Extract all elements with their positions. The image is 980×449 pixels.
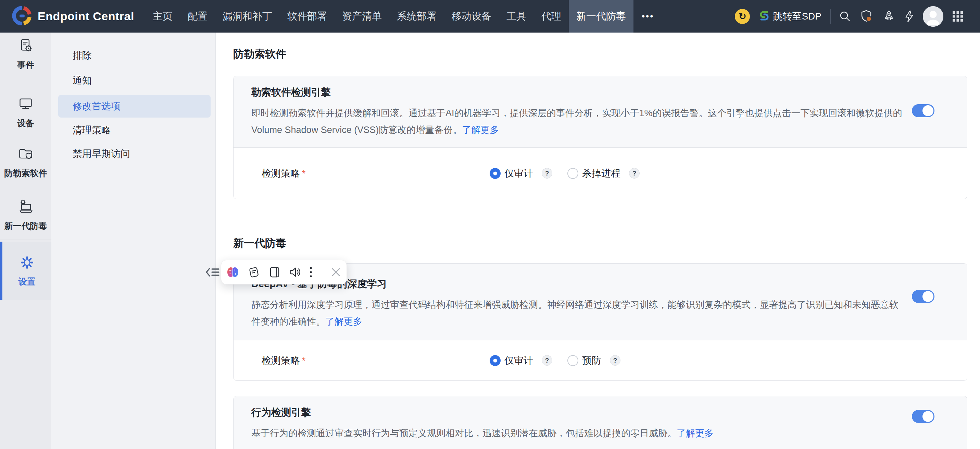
learn-more-link[interactable]: 了解更多: [677, 428, 714, 438]
folder-shield-icon: [18, 146, 33, 163]
rail-label: 事件: [17, 59, 34, 70]
user-avatar[interactable]: [923, 6, 943, 27]
learn-more-link[interactable]: 了解更多: [325, 316, 362, 327]
rail-label: 防勒索软件: [5, 168, 47, 179]
radio-audit-only[interactable]: 仅审计: [490, 354, 533, 367]
icon-rail: 事件 设备 防勒索软件 新一代防毒: [0, 33, 51, 449]
policy-radio-group: 仅审计 ? 杀掉进程 ?: [490, 167, 640, 180]
nav-item-os-deploy[interactable]: 系统部署: [389, 0, 444, 33]
rail-item-devices[interactable]: 设备: [0, 96, 51, 129]
top-navbar: Endpoint Central 主页 配置 漏洞和补丁 软件部署 资产清单 系…: [0, 0, 980, 33]
policy-label: 检测策略*: [262, 354, 305, 367]
toggle-knob: [923, 291, 934, 302]
radio-label: 仅审计: [504, 354, 533, 367]
radio-label: 仅审计: [504, 167, 533, 180]
radio-circle: [490, 355, 501, 366]
policy-label: 检测策略*: [262, 167, 305, 180]
kebab-menu-icon[interactable]: [309, 266, 313, 278]
nav-item-tools[interactable]: 工具: [499, 0, 534, 33]
nav-item-ngav-active[interactable]: 新一代防毒: [569, 0, 633, 33]
help-icon[interactable]: ?: [542, 355, 552, 366]
engine-title: 勒索软件检测引擎: [251, 86, 912, 99]
brand[interactable]: Endpoint Central: [12, 6, 145, 27]
engine-toggle[interactable]: [912, 410, 934, 423]
nav-item-agent[interactable]: 代理: [534, 0, 569, 33]
radio-prevent[interactable]: 预防: [567, 354, 601, 367]
policy-label-text: 检测策略: [262, 355, 300, 366]
sidebar-item-notifications[interactable]: 通知: [73, 73, 92, 88]
ai-brain-icon[interactable]: [226, 266, 239, 278]
radio-audit-only[interactable]: 仅审计: [490, 167, 533, 180]
rocket-icon[interactable]: [882, 10, 896, 23]
radio-circle: [567, 168, 578, 179]
detection-policy-row: 检测策略* 仅审计 ? 杀掉进程 ?: [234, 147, 967, 199]
events-icon: [18, 38, 33, 54]
engine-description: 即时检测勒索软件并提供缓解和回滚。通过基于AI的机器学习，提供深层的事件分析，实…: [251, 105, 905, 139]
rail-item-events[interactable]: 事件: [0, 38, 51, 70]
engine-title: DeepAV - 基于防毒的深度学习: [251, 277, 912, 291]
toggle-knob: [923, 105, 934, 116]
radio-circle: [490, 168, 501, 179]
brand-name: Endpoint Central: [38, 10, 134, 23]
page-title: 防勒索软件: [233, 47, 286, 61]
refresh-badge-icon[interactable]: ↻: [735, 9, 750, 24]
speaker-icon[interactable]: [289, 266, 302, 279]
rail-divider: [0, 240, 51, 240]
nav-item-inventory[interactable]: 资产清单: [334, 0, 389, 33]
radio-circle: [567, 355, 578, 366]
nav-item-home[interactable]: 主页: [145, 0, 180, 33]
close-icon[interactable]: [325, 267, 347, 277]
flash-icon[interactable]: [904, 10, 914, 22]
engine-toggle[interactable]: [912, 104, 934, 117]
radio-label: 杀掉进程: [582, 167, 620, 180]
sdp-logo-icon: [759, 10, 770, 22]
sidebar-item-exclusions[interactable]: 排除: [73, 48, 92, 63]
help-icon[interactable]: ?: [542, 168, 552, 179]
assistant-collapse-icon[interactable]: [205, 266, 220, 280]
policy-label-text: 检测策略: [262, 168, 300, 179]
engine-description-text: 基于行为的检测通过审查实时行为与预定义规则相对比，迅速识别潜在威胁，包括难以捉摸…: [251, 428, 677, 438]
reader-book-icon[interactable]: [268, 266, 281, 279]
help-icon[interactable]: ?: [629, 168, 640, 179]
rail-label: 新一代防毒: [5, 221, 47, 232]
security-shield-icon[interactable]: [859, 9, 874, 24]
laptop-antivirus-icon: [18, 199, 33, 216]
policy-radio-group: 仅审计 ? 预防 ?: [490, 354, 620, 367]
learn-more-link[interactable]: 了解更多: [462, 125, 499, 135]
engine-description: 基于行为的检测通过审查实时行为与预定义规则相对比，迅速识别潜在威胁，包括难以捉摸…: [251, 425, 905, 442]
card-header: 勒索软件检测引擎 即时检测勒索软件并提供缓解和回滚。通过基于AI的机器学习，提供…: [234, 76, 967, 147]
engine-description: 静态分析利用深度学习原理，通过审查代码结构和特征来增强威胁检测。神经网络通过深度…: [251, 296, 905, 330]
apps-grid-icon[interactable]: [952, 11, 964, 22]
jump-to-sdp-link[interactable]: 跳转至SDP: [759, 10, 821, 23]
note-icon[interactable]: [247, 265, 261, 279]
rail-label: 设置: [19, 276, 36, 287]
required-asterisk: *: [302, 168, 305, 179]
radio-kill-process[interactable]: 杀掉进程: [567, 167, 620, 180]
sidebar-item-modify-preferences[interactable]: 修改首选项: [73, 99, 121, 114]
main-nav: 主页 配置 漏洞和补丁 软件部署 资产清单 系统部署 移动设备 工具 代理 新一…: [145, 0, 662, 33]
nav-item-configurations[interactable]: 配置: [180, 0, 215, 33]
nav-item-software-deploy[interactable]: 软件部署: [280, 0, 334, 33]
card-header: 行为检测引擎 基于行为的检测通过审查实时行为与预定义规则相对比，迅速识别潜在威胁…: [234, 396, 967, 449]
toggle-knob: [923, 411, 934, 422]
radio-label: 预防: [582, 354, 601, 367]
nav-item-mobile[interactable]: 移动设备: [444, 0, 499, 33]
sidebar-item-cleanup-policy[interactable]: 清理策略: [73, 123, 111, 138]
nav-more-button[interactable]: •••: [633, 0, 662, 33]
nav-item-patch[interactable]: 漏洞和补丁: [215, 0, 280, 33]
help-icon[interactable]: ?: [610, 355, 620, 366]
rail-item-settings-active[interactable]: 设置: [0, 241, 51, 300]
devices-monitor-icon: [18, 96, 33, 113]
sidebar-item-disable-early-access[interactable]: 禁用早期访问: [73, 146, 130, 161]
detection-policy-row: 检测策略* 仅审计 ? 预防 ?: [234, 340, 967, 380]
navbar-divider: [830, 9, 831, 24]
engine-description-text: 即时检测勒索软件并提供缓解和回滚。通过基于AI的机器学习，提供深层的事件分析，实…: [251, 108, 902, 135]
rail-item-antiransomware[interactable]: 防勒索软件: [0, 146, 51, 179]
rail-item-ngav[interactable]: 新一代防毒: [0, 199, 51, 232]
main-content: 防勒索软件 勒索软件检测引擎 即时检测勒索软件并提供缓解和回滚。通过基于AI的机…: [216, 33, 980, 449]
engine-toggle[interactable]: [912, 290, 934, 303]
navbar-right-cluster: ↻ 跳转至SDP: [735, 6, 964, 27]
rail-label: 设备: [17, 118, 34, 129]
section-title-ngav: 新一代防毒: [233, 236, 286, 251]
search-icon[interactable]: [839, 11, 851, 22]
